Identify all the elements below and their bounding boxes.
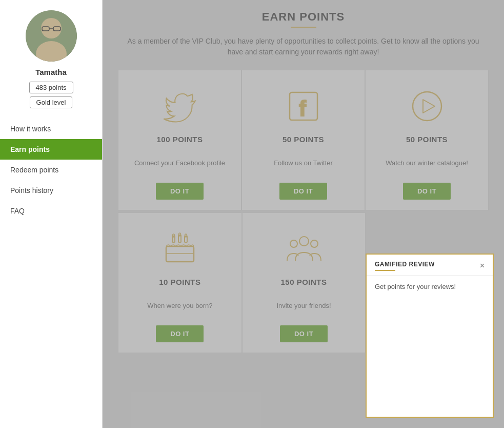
- modal-content-area: [367, 298, 493, 417]
- modal-header: GAMIFIED REVIEW ×: [367, 255, 493, 276]
- sidebar-item-faq[interactable]: FAQ: [0, 201, 102, 221]
- user-level-badge: Gold level: [30, 96, 73, 108]
- modal-title-underline: [375, 270, 395, 271]
- user-points-badge: 483 points: [29, 82, 73, 93]
- sidebar-item-points-history[interactable]: Points history: [0, 180, 102, 201]
- avatar: [26, 10, 77, 62]
- svg-point-1: [41, 18, 62, 38]
- sidebar-item-how-it-works[interactable]: How it works: [0, 119, 102, 139]
- modal-title: GAMIFIED REVIEW: [375, 261, 435, 268]
- sidebar: Tamatha 483 points Gold level How it wor…: [0, 0, 103, 428]
- sidebar-item-earn-points[interactable]: Earn points: [0, 139, 102, 160]
- avatar-image: [26, 10, 77, 62]
- user-name: Tamatha: [35, 68, 67, 76]
- main-content: EARN POINTS As a member of the VIP Club,…: [103, 0, 504, 428]
- sidebar-item-redeem-points[interactable]: Redeem points: [0, 160, 102, 180]
- modal-body: Get points for your reviews!: [367, 276, 493, 298]
- modal-subtitle: Get points for your reviews!: [375, 283, 456, 290]
- modal-close-button[interactable]: ×: [480, 262, 485, 270]
- nav-menu: How it works Earn points Redeem points P…: [0, 119, 102, 221]
- gamified-review-modal: GAMIFIED REVIEW × Get points for your re…: [366, 254, 494, 418]
- modal-header-text: GAMIFIED REVIEW: [375, 261, 435, 271]
